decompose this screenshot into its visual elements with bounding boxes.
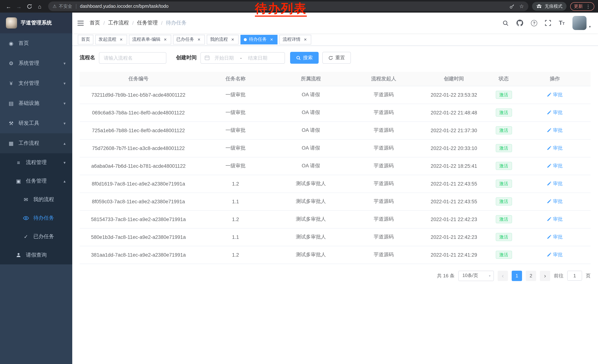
chevron-down-icon: ▾ (64, 160, 66, 165)
goto-label: 前往 (554, 272, 564, 279)
task-id-cell: 725a1eb6-7b88-11ec-8ef0-acde48001122 (80, 121, 197, 139)
date-range-picker[interactable]: - (200, 52, 285, 64)
password-key-icon[interactable] (510, 4, 515, 9)
breadcrumb-workflow[interactable]: 工作流程 (108, 20, 129, 26)
approve-link[interactable]: 审批 (547, 91, 563, 98)
sidebar-item-process-management[interactable]: ≡ 流程管理 ▾ (0, 153, 72, 172)
tab-initiate-process[interactable]: 发起流程 × (95, 35, 127, 44)
next-page-button[interactable]: › (540, 270, 550, 281)
task-id-cell: 58154733-7ac8-11ec-a9e2-a2380e71991a (80, 210, 197, 228)
tab-close-icon[interactable]: × (230, 37, 235, 42)
goto-page-input[interactable] (567, 271, 582, 281)
approve-link[interactable]: 审批 (547, 109, 563, 116)
tab-done-tasks[interactable]: 已办任务 × (173, 35, 205, 44)
approve-link[interactable]: 审批 (547, 145, 563, 152)
tab-close-icon[interactable]: × (163, 37, 168, 42)
sidebar-fold-icon[interactable] (77, 20, 84, 26)
initiator-cell: 芋道源码 (348, 86, 419, 104)
approve-link[interactable]: 审批 (547, 234, 563, 240)
app-logo: 芋道管理系统 (0, 13, 72, 33)
browser-reload-icon[interactable] (25, 1, 34, 11)
tags-bar: 首页 发起流程 × 流程表单-编辑 × 已办任务 × (72, 33, 598, 46)
chevron-down-icon: ▾ (64, 101, 66, 106)
incognito-badge[interactable]: 无痕模式 (532, 2, 566, 11)
github-icon[interactable] (516, 20, 523, 26)
sidebar-item-todo-tasks[interactable]: 待办任务 (0, 209, 72, 227)
tab-my-process[interactable]: 我的流程 × (207, 35, 239, 44)
process-cell: 测试多审批人 (274, 228, 348, 246)
sidebar-item-task-management[interactable]: ▣ 任务管理 ▴ (0, 172, 72, 190)
tab-close-icon[interactable]: × (303, 37, 308, 42)
chevron-down-icon: ▾ (489, 274, 490, 277)
sidebar-item-dev-tools[interactable]: ⚒ 研发工具 ▾ (0, 113, 72, 133)
approve-link[interactable]: 审批 (547, 180, 563, 187)
sidebar-item-leave-query[interactable]: 请假查询 (0, 246, 72, 264)
sidebar-item-label: 基础设施 (18, 100, 64, 107)
user-menu[interactable]: ▼ (573, 16, 591, 30)
sidebar: 芋道管理系统 ◉ 首页 ⚙ 系统管理 ▾ ¥ 支付管理 ▾ ▤ (0, 13, 72, 364)
sidebar-item-system-management[interactable]: ⚙ 系统管理 ▾ (0, 53, 72, 73)
prev-page-button[interactable]: ‹ (498, 270, 508, 281)
search-icon[interactable] (502, 20, 509, 26)
page-size-select[interactable]: 10条/页 ▾ (458, 270, 494, 281)
font-size-icon[interactable]: TT (559, 20, 565, 26)
help-icon[interactable]: ? (531, 20, 537, 26)
browser-back-icon[interactable]: ← (4, 1, 13, 11)
tab-process-form-edit[interactable]: 流程表单-编辑 × (129, 35, 171, 44)
search-button[interactable]: 搜索 (290, 52, 319, 64)
sidebar-item-label: 支付管理 (18, 80, 64, 87)
refresh-icon (328, 55, 333, 60)
page-unit-label: 页 (586, 272, 590, 279)
end-date-input[interactable] (245, 55, 271, 61)
approve-link[interactable]: 审批 (547, 127, 563, 134)
task-name-cell: 1.1 (197, 193, 274, 210)
created-cell: 2022-01-22 21:37:30 (419, 121, 488, 139)
sidebar-item-payment-management[interactable]: ¥ 支付管理 ▾ (0, 73, 72, 93)
task-name-cell: 一级审批 (197, 121, 274, 139)
browser-menu-dots-icon[interactable]: ⋮ (586, 4, 590, 9)
breadcrumb-home[interactable]: 首页 (90, 20, 100, 26)
created-cell: 2022-01-22 21:48:48 (419, 104, 488, 121)
reset-button[interactable]: 重置 (322, 52, 351, 64)
page-2-button[interactable]: 2 (526, 270, 536, 281)
fullscreen-icon[interactable] (545, 20, 551, 26)
status-badge: 激活 (496, 126, 512, 134)
tab-close-icon[interactable]: × (196, 37, 201, 42)
approve-link[interactable]: 审批 (547, 216, 563, 223)
tab-todo-tasks[interactable]: 待办任务 × (241, 35, 277, 44)
approve-link[interactable]: 审批 (547, 162, 563, 169)
table-row: 580e1b3d-7ac8-11ec-a9e2-a2380e71991a 1.1… (80, 228, 590, 246)
breadcrumb-task-management[interactable]: 任务管理 (137, 20, 158, 26)
initiator-cell: 芋道源码 (348, 246, 419, 264)
page-1-button[interactable]: 1 (512, 270, 522, 281)
approve-link[interactable]: 审批 (547, 198, 563, 205)
tab-close-icon[interactable]: × (119, 37, 124, 42)
tab-close-icon[interactable]: × (269, 37, 274, 42)
sidebar-item-infrastructure[interactable]: ▤ 基础设施 ▾ (0, 93, 72, 113)
approve-link[interactable]: 审批 (547, 251, 563, 258)
sidebar-item-workflow[interactable]: ▦ 工作流程 ▴ (0, 133, 72, 153)
sidebar-item-label: 请假查询 (26, 252, 66, 259)
status-badge: 激活 (496, 215, 512, 223)
status-badge: 激活 (496, 144, 512, 152)
tab-process-detail[interactable]: 流程详情 × (279, 35, 311, 44)
sidebar-item-label: 任务管理 (26, 178, 64, 184)
table-row: 725a1eb6-7b88-11ec-8ef0-acde48001122 一级审… (80, 121, 590, 139)
task-grid-icon: ▣ (15, 178, 22, 184)
sidebar-item-done-tasks[interactable]: ✓ 已办任务 (0, 227, 72, 246)
bookmark-star-icon[interactable]: ☆ (519, 3, 524, 9)
browser-home-icon[interactable]: ⌂ (35, 1, 44, 11)
tab-label: 流程表单-编辑 (132, 36, 160, 43)
status-badge: 激活 (496, 108, 512, 117)
initiator-cell: 芋道源码 (348, 157, 419, 175)
sidebar-item-home[interactable]: ◉ 首页 (0, 33, 72, 53)
created-cell: 2022-01-22 18:25:41 (419, 157, 488, 175)
start-date-input[interactable] (211, 55, 237, 61)
browser-forward-icon[interactable]: → (14, 1, 24, 11)
create-time-label: 创建时间 (176, 54, 197, 61)
user-avatar[interactable] (573, 16, 587, 30)
sidebar-item-my-process[interactable]: ✉ 我的流程 (0, 190, 72, 209)
process-name-input[interactable] (99, 52, 166, 64)
tab-home[interactable]: 首页 (78, 35, 93, 44)
browser-update-button[interactable]: 更新 ⋮ (570, 2, 594, 11)
